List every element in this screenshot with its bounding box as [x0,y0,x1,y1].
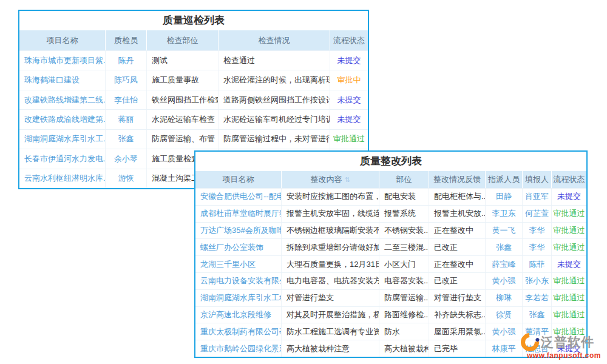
feedback: 配电柜柜体与... [429,189,486,205]
inspect-situation: 水泥砼灌注的时候，出现离析现象 [219,70,330,89]
part: 二至三楼混... [379,239,429,255]
part: 防腐管运输... [379,290,429,306]
status-badge: 未提交 [330,51,368,70]
rectify-content: 对其及时开展整治措施，桥头... [282,307,379,323]
project-link[interactable]: 云南水利枢纽潜明水库... [19,169,106,188]
feedback: 补齐缺失标志... [429,307,486,323]
status-badge: 未提交 [552,189,586,205]
assignee-name[interactable]: 张鑫 [486,239,523,255]
status-badge: 审批通过 [552,290,586,306]
table-row[interactable]: 湖南洞庭湖水库引水工... 张鑫 防腐管运输、布管 防腐管运输过程中，未对管进行… [19,129,368,149]
part: 电容器安装... [379,273,429,289]
fanpu-url-link[interactable]: www.fanpusoft.com [521,351,607,360]
project-link[interactable]: 万达广场35#会所及咖啡厅空... [195,223,282,239]
col-header-project-name: 项目名称 [19,30,106,50]
col-header-project-name: 项目名称 [195,171,282,188]
reporter-name[interactable]: 张鑫 [523,307,552,323]
table-row[interactable]: 云南电力设备安装有限公司20... 电力电容器、电抗器安装方案,... 电容器安… [195,272,586,289]
reporter-name[interactable]: 李华 [523,223,552,239]
reporter-name[interactable]: 李若若 [523,290,552,306]
part: 配电安装 [379,189,429,205]
part: 路面维修检... [379,307,429,323]
col-header-inspect-part: 检查部位 [147,30,219,50]
col-header-flow-status: 流程状态 [330,30,368,50]
fanpu-logo-dot [535,337,540,342]
project-link[interactable]: 安徽合肥供电公司--配电设备... [195,189,282,205]
assignee-name[interactable]: 柳琳 [486,290,523,306]
table-row[interactable]: 湖南洞庭湖水库引水工程施工标 对管进行垫支 防腐管运输... 对管进行垫支 柳琳… [195,289,586,306]
fanpu-brand-text: 泛普软件 [541,334,594,351]
table-row[interactable]: 万达广场35#会所及咖啡厅空... 不锈钢边框玻璃隔断安装不牢... 不锈钢安装… [195,222,586,239]
inspector-name[interactable]: 李佳怡 [106,90,147,109]
inspect-part: 测试 [147,51,219,70]
inspect-situation: 道路两侧铁丝网围挡工作按设计... [219,90,330,109]
project-link[interactable]: 云南电力设备安装有限公司20... [195,273,282,289]
reporter-name[interactable]: 陈菲 [523,256,552,272]
col-header-inspect-situation: 检查情况 [219,30,330,50]
rectify-content: 报警主机安放牢固，线缆连接... [282,206,379,222]
project-link[interactable]: 螺丝厂办公室装饰 [195,239,282,255]
project-link[interactable]: 重庆市鹅岭公园绿化景观提升... [195,340,282,357]
table-row[interactable]: 珠海市城市更新项目紫... 陈丹 测试 检查通过 未提交 [19,50,368,70]
rectify-content: 对管进行垫支 [282,290,379,306]
project-link[interactable]: 改建铁路成渝线增建第... [19,110,106,129]
part: 不锈钢安装... [379,223,429,239]
inspector-name[interactable]: 余小琴 [106,149,147,168]
inspector-name[interactable]: 陈巧凤 [106,70,147,89]
fanpu-logo-row: 泛普软件 [521,332,607,352]
assignee-name[interactable]: 薛宝峰 [486,256,523,272]
project-link[interactable]: 京沪高速北京段维修 [195,307,282,323]
inspector-name[interactable]: 游恢 [106,169,147,188]
table-row[interactable]: 珠海鹤港口建设 陈巧凤 施工质量事故 水泥砼灌注的时候，出现离析现象 审批中 [19,70,368,89]
status-badge: 审批通过 [552,206,586,222]
table-row[interactable]: 京沪高速北京段维修 对其及时开展整治措施，桥头... 路面维修检... 补齐缺失… [195,306,586,323]
assignee-name[interactable]: 李卫东 [486,206,523,222]
project-link[interactable]: 湖南洞庭湖水库引水工程施工标 [195,290,282,306]
status-badge: 审批通过 [330,130,368,149]
rectify-content-label: 整改内容 [310,174,342,185]
col-header-assignee: 指派人员 [486,171,523,188]
table-row[interactable]: 改建铁路成渝线增建第... 蒋丽 水泥砼运输车检查 水泥砼运输车司机经过专门培训… [19,109,368,129]
project-link[interactable]: 成都杜甫草堂临时展厅独立展... [195,206,282,222]
project-link[interactable]: 湖南洞庭湖水库引水工... [19,130,106,149]
project-link[interactable]: 重庆太极制药有限公司亳州中... [195,323,282,340]
reporter-name[interactable]: 何芷萱 [523,206,552,222]
assignee-name[interactable]: 黄一飞 [486,223,523,239]
project-link[interactable]: 龙湖三千里小区 [195,256,282,272]
inspector-name[interactable]: 陈丹 [106,51,147,70]
project-link[interactable]: 改建铁路线增建第二线... [19,90,106,109]
inspector-name[interactable]: 蒋丽 [106,110,147,129]
table-row[interactable]: 螺丝厂办公室装饰 拆除到承重墙部分请做好加固... 二至三楼混... 已改正 张… [195,238,586,255]
reporter-name[interactable]: 李华 [523,239,552,255]
table-row[interactable]: 成都杜甫草堂临时展厅独立展... 报警主机安放牢固，线缆连接... 报警系统 报… [195,205,586,222]
status-badge: 未提交 [330,90,368,109]
part: 报警系统 [379,206,429,222]
rectification-table-body: 安徽合肥供电公司--配电设备... 安装时应按施工图的布置，将... 配电安装 … [195,188,586,357]
assignee-name[interactable]: 林康平 [486,340,523,357]
inspect-part: 防腐管运输、布管 [147,130,219,149]
reporter-name[interactable]: 张小东 [523,273,552,289]
assignee-name[interactable]: 徐贤 [486,307,523,323]
status-badge: 审批通过 [552,223,586,239]
status-badge: 未提交 [552,256,586,272]
project-link[interactable]: 珠海鹤港口建设 [19,70,106,89]
table-row[interactable]: 改建铁路线增建第二线... 李佳怡 铁丝网围挡工作检查 道路两侧铁丝网围挡工作按… [19,90,368,109]
reporter-name[interactable]: 肖亚军 [523,189,552,205]
assignee-name[interactable]: 黄小强 [486,273,523,289]
inspect-part: 施工质量事故 [147,70,219,89]
table-row[interactable]: 安徽合肥供电公司--配电设备... 安装时应按施工图的布置，将... 配电安装 … [195,188,586,205]
rectify-content: 高大植被栽种注意 [282,340,379,357]
rectify-content: 拆除到承重墙部分请做好加固... [282,239,379,255]
assignee-name[interactable]: 田静 [486,189,523,205]
table-row[interactable]: 龙湖三千里小区 大理石质量更换，12月31日之... 小区大门 正在整改中 薛宝… [195,255,586,272]
inspector-name[interactable]: 张鑫 [106,130,147,149]
project-link[interactable]: 珠海市城市更新项目紫... [19,51,106,70]
inspect-part: 水泥砼运输车检查 [147,110,219,129]
rectify-content: 电力电容器、电抗器安装方案,... [282,273,379,289]
inspect-situation: 防腐管运输过程中，未对管进行... [219,130,330,149]
sort-icon[interactable]: ⇅ [344,176,350,184]
inspect-situation: 水泥砼运输车司机经过专门培训... [219,110,330,129]
project-link[interactable]: 长春市伊通河水力发电... [19,149,106,168]
feedback: 对管进行垫支 [429,290,486,306]
assignee-name[interactable]: 黄小强 [486,323,523,340]
